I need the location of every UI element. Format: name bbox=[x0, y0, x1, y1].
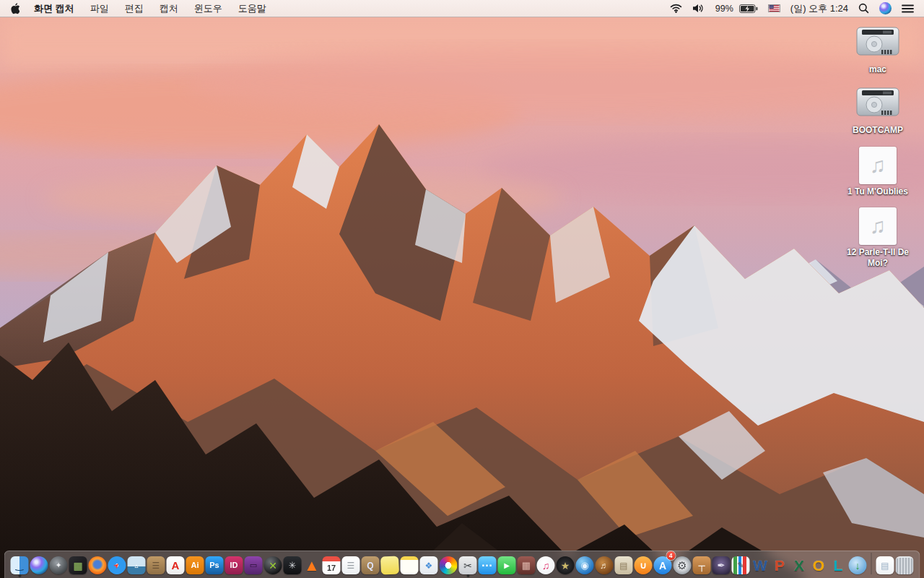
system-preferences-dock-icon[interactable]: ⚙ bbox=[673, 554, 692, 574]
converter-box-app-dock-icon[interactable]: Q bbox=[361, 554, 380, 574]
safari-dock-icon[interactable]: ➤ bbox=[108, 554, 126, 574]
preview-glyph: ▵ bbox=[134, 562, 138, 569]
toast-titanium-dock-icon[interactable]: ▭ bbox=[244, 554, 263, 574]
system-preferences-glyph: ⚙ bbox=[677, 560, 687, 571]
adobe-illustrator-dock-icon[interactable]: Ai bbox=[186, 554, 204, 574]
scrapbook-app-dock-icon[interactable]: ▤ bbox=[614, 554, 633, 574]
desktop-icon-column: mac BOOTCAMP♫1 Tu M'Oublies♫12 Parle-T-I… bbox=[836, 25, 920, 279]
desktop-icon-label: BOOTCAMP bbox=[853, 125, 903, 135]
photo-booth-dock-icon[interactable]: ▦ bbox=[517, 554, 536, 574]
ms-lync-dock-icon[interactable]: L bbox=[829, 554, 847, 574]
ibooks-dock-icon[interactable]: ∪ bbox=[634, 554, 653, 574]
ibooks-tile: ∪ bbox=[635, 556, 653, 574]
vlc-dock-icon[interactable]: ▲ bbox=[302, 554, 321, 574]
ms-word-dock-icon[interactable]: W bbox=[751, 554, 770, 574]
scrapbook-app-glyph: ▤ bbox=[619, 561, 627, 570]
documents-app-tile: ❖ bbox=[420, 556, 438, 574]
adobe-indesign-dock-icon[interactable]: ID bbox=[225, 554, 243, 574]
menu-item-1[interactable]: 편집 bbox=[125, 3, 144, 14]
desktop-icon-drive-bootcamp[interactable]: BOOTCAMP bbox=[836, 85, 920, 135]
dvd-ripper-app-tile: ◉ bbox=[576, 556, 594, 574]
pages-dock-icon[interactable]: ✒ bbox=[712, 554, 731, 574]
menu-bar-clock[interactable]: (일) 오후 1:24 bbox=[790, 2, 848, 15]
photos-dock-icon[interactable] bbox=[439, 554, 458, 574]
adobe-acrobat-tile: A bbox=[167, 556, 185, 574]
ms-outlook-tile: O bbox=[810, 556, 828, 574]
toast-titanium-glyph: ▭ bbox=[250, 561, 257, 569]
vlc-tile: ▲ bbox=[303, 556, 321, 574]
preview-dock-icon[interactable]: ▵ bbox=[127, 554, 146, 574]
launchpad-dock-icon[interactable]: ✦ bbox=[49, 554, 68, 574]
finder-dock-icon[interactable]: ‿ bbox=[10, 554, 29, 574]
desktop-icon-label: 12 Parle-T-Il De Moi? bbox=[836, 247, 920, 268]
numbers-dock-icon[interactable]: ✎ bbox=[731, 554, 750, 574]
grab-screen-capture-dock-icon[interactable]: ✂ bbox=[458, 554, 477, 574]
adobe-photoshop-glyph: Ps bbox=[209, 561, 219, 569]
input-source-flag-us[interactable] bbox=[768, 4, 780, 12]
menu-item-3[interactable]: 윈도우 bbox=[194, 3, 222, 14]
contacts-dock-icon[interactable]: ☰ bbox=[147, 554, 165, 574]
spotlight-search-icon[interactable] bbox=[858, 3, 869, 14]
scrapbook-app-tile: ▤ bbox=[615, 556, 633, 574]
mission-control-tile: ▦ bbox=[69, 556, 87, 574]
trash-full-dock-icon[interactable] bbox=[895, 554, 914, 574]
apple-menu[interactable] bbox=[10, 3, 19, 14]
volume-icon[interactable] bbox=[692, 4, 705, 13]
firefox-dock-icon[interactable] bbox=[88, 554, 107, 574]
garageband-glyph: ♬ bbox=[600, 561, 609, 570]
menu-item-0[interactable]: 파일 bbox=[90, 3, 109, 14]
app-store-dock-icon[interactable]: A4 bbox=[653, 554, 672, 574]
document-file-dock-icon[interactable]: ▤ bbox=[876, 554, 894, 574]
itunes-dock-icon[interactable]: ♫ bbox=[536, 554, 555, 574]
notification-center-icon[interactable] bbox=[902, 4, 914, 13]
ms-lync-glyph: L bbox=[834, 558, 843, 573]
calendar-glyph: 17 bbox=[327, 564, 336, 572]
keynote-dock-icon[interactable]: ┬ bbox=[692, 554, 711, 574]
ms-excel-dock-icon[interactable]: X bbox=[790, 554, 808, 574]
active-app-menu[interactable]: 화면 캡처 bbox=[34, 2, 74, 15]
mission-control-dock-icon[interactable]: ▦ bbox=[69, 554, 87, 574]
stickies-dock-icon[interactable] bbox=[380, 554, 399, 574]
siri-icon[interactable] bbox=[879, 2, 892, 14]
dock-separator bbox=[871, 553, 872, 574]
music-note-icon: ♫ bbox=[859, 207, 897, 245]
keynote-tile: ┬ bbox=[693, 556, 711, 574]
calendar-dock-icon[interactable]: 17 bbox=[322, 554, 341, 574]
downloader-app-glyph: ↓ bbox=[855, 561, 860, 571]
adobe-acrobat-glyph: A bbox=[172, 560, 180, 571]
pages-tile: ✒ bbox=[712, 556, 731, 574]
menu-item-2[interactable]: 캡처 bbox=[160, 3, 178, 14]
battery-charging-icon[interactable] bbox=[739, 4, 758, 13]
desktop-icon-audio-file-1[interactable]: ♫1 Tu M'Oublies bbox=[836, 147, 920, 197]
photos-tile bbox=[440, 556, 458, 574]
garageband-tile: ♬ bbox=[596, 556, 614, 574]
numbers-tile: ✎ bbox=[732, 556, 750, 574]
downloader-app-dock-icon[interactable]: ↓ bbox=[848, 554, 867, 574]
disk-speed-test-dock-icon[interactable]: ✳ bbox=[283, 554, 302, 574]
ms-lync-tile: L bbox=[829, 556, 847, 574]
siri-dock-icon[interactable] bbox=[30, 554, 48, 574]
ms-powerpoint-glyph: P bbox=[775, 558, 785, 573]
green-x-sphere-app-dock-icon[interactable]: ✕ bbox=[263, 554, 282, 574]
adobe-acrobat-dock-icon[interactable]: A bbox=[166, 554, 185, 574]
adobe-indesign-glyph: ID bbox=[230, 561, 238, 569]
calendar-tile: 17 bbox=[323, 556, 341, 574]
menu-item-4[interactable]: 도움말 bbox=[238, 3, 266, 14]
reminders-glyph: ☰ bbox=[347, 561, 355, 570]
reminders-tile: ☰ bbox=[342, 556, 360, 574]
reminders-dock-icon[interactable]: ☰ bbox=[341, 554, 360, 574]
desktop-icon-audio-file-12[interactable]: ♫12 Parle-T-Il De Moi? bbox=[836, 207, 920, 268]
desktop-icon-drive-mac[interactable]: mac bbox=[836, 25, 920, 74]
contacts-glyph: ☰ bbox=[152, 561, 160, 570]
messages-dock-icon[interactable]: … bbox=[478, 554, 497, 574]
garageband-dock-icon[interactable]: ♬ bbox=[595, 554, 614, 574]
notes-dock-icon[interactable] bbox=[400, 554, 419, 574]
dvd-ripper-app-dock-icon[interactable]: ◉ bbox=[575, 554, 594, 574]
adobe-photoshop-dock-icon[interactable]: Ps bbox=[205, 554, 224, 574]
imovie-dock-icon[interactable]: ★ bbox=[556, 554, 575, 574]
ms-powerpoint-dock-icon[interactable]: P bbox=[770, 554, 789, 574]
ms-outlook-dock-icon[interactable]: O bbox=[809, 554, 828, 574]
facetime-dock-icon[interactable]: ▶ bbox=[497, 554, 516, 574]
wifi-icon[interactable] bbox=[670, 4, 682, 13]
documents-app-dock-icon[interactable]: ❖ bbox=[419, 554, 438, 574]
